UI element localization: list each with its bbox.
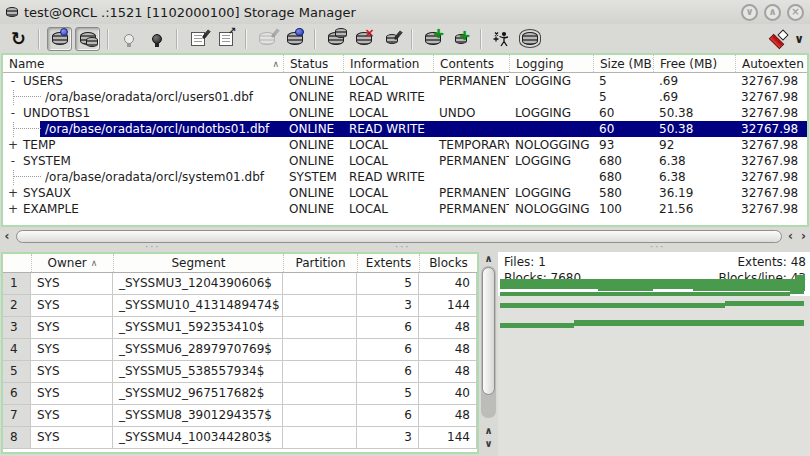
segment-row[interactable]: 5 SYS _SYSSMU5_538557934$ 6 48 — [3, 361, 477, 383]
toolbar-separator — [176, 29, 178, 49]
modify-datafile-button[interactable] — [254, 27, 279, 51]
segment-row[interactable]: 3 SYS _SYSSMU1_592353410$ 6 48 — [3, 317, 477, 339]
toolbar-separator — [38, 29, 40, 49]
drop-tablespace-button[interactable]: × — [351, 27, 376, 51]
free-cell: 6.38 — [653, 169, 735, 185]
splitter-handle[interactable]: ··· — [145, 243, 161, 251]
blocks-cell: 144 — [419, 427, 477, 448]
move-segment-button[interactable] — [489, 27, 514, 51]
database-pair-icon — [328, 32, 344, 45]
segment-row[interactable]: 4 SYS _SYSSMU6_2897970769$ 6 48 — [3, 339, 477, 361]
name-cell: + SYSAUX — [3, 185, 283, 201]
table-row[interactable]: + TEMP ONLINE LOCAL TEMPORARY NOLOGGING … — [3, 137, 807, 153]
tree-expander[interactable]: - — [7, 153, 19, 169]
tablespace-status-button[interactable] — [282, 27, 307, 51]
table-row[interactable]: - SYSTEM ONLINE LOCAL PERMANENT LOGGING … — [3, 153, 807, 169]
wand-menu-button[interactable] — [766, 27, 791, 51]
scroll-down-icon[interactable]: ∨ — [480, 437, 497, 450]
scroll-right-icon[interactable]: › — [797, 229, 810, 243]
scroll-up-icon[interactable]: ∧ — [480, 424, 497, 437]
title-bar: test@ORCL .:1521 [1102000100] Storage Ma… — [0, 0, 810, 24]
column-header-status[interactable]: Status — [283, 55, 343, 72]
eraser-button[interactable] — [379, 27, 404, 51]
column-header-free[interactable]: Free (MB) — [653, 55, 735, 72]
status-cell: ONLINE — [283, 89, 343, 105]
toolbar-separator — [411, 29, 413, 49]
extent-map-panel: Files: 1 Extents: 48 Blocks: 7680 Blocks… — [498, 252, 810, 456]
table-row[interactable]: + EXAMPLE ONLINE LOCAL PERMANENT NOLOGGI… — [3, 201, 807, 217]
refresh-button[interactable]: ↻ — [6, 27, 31, 51]
scroll-up-icon[interactable]: ∧ — [480, 252, 497, 265]
segment-row[interactable]: 8 SYS _SYSSMU4_1003442803$ 3 144 — [3, 427, 477, 449]
table-row[interactable]: /ora/base/oradata/orcl/users01.dbf ONLIN… — [3, 89, 807, 105]
partition-cell — [283, 361, 357, 382]
table-row[interactable]: /ora/base/oradata/orcl/system01.dbf SYST… — [3, 169, 807, 185]
information-cell: LOCAL — [343, 137, 433, 153]
column-header-name[interactable]: Name ∧ — [3, 55, 283, 72]
splitter-handle[interactable]: ··· — [650, 243, 666, 251]
online-button[interactable] — [144, 27, 169, 51]
offline-button[interactable] — [116, 27, 141, 51]
show-tablespaces-button[interactable] — [75, 27, 100, 51]
tablespace-name: SYSTEM — [23, 154, 71, 168]
column-header-owner[interactable]: Owner ∧ — [31, 254, 113, 272]
segment-table-header: Owner ∧ Segment Partition Extents Blocks — [3, 254, 477, 273]
coalesce-button[interactable] — [323, 27, 348, 51]
scroll-left-icon[interactable]: ‹ — [784, 229, 797, 243]
vertical-scroll-trough[interactable] — [481, 266, 496, 418]
segment-row[interactable]: 2 SYS _SYSSMU10_4131489474$ 3 144 — [3, 295, 477, 317]
files-stat: Files: 1 — [504, 254, 546, 270]
owner-cell: SYS — [31, 383, 113, 404]
segment-row[interactable]: 6 SYS _SYSSMU2_967517682$ 5 40 — [3, 383, 477, 405]
logging-cell: NOLOGGING — [509, 137, 593, 153]
table-row[interactable]: + SYSAUX ONLINE LOCAL PERMANENT LOGGING … — [3, 185, 807, 201]
tree-expander[interactable]: + — [7, 201, 19, 217]
segment-row[interactable]: 7 SYS _SYSSMU8_3901294357$ 6 48 — [3, 405, 477, 427]
database-copy-button[interactable] — [517, 27, 542, 51]
table-row[interactable]: /ora/base/oradata/orcl/undotbs01.dbf ONL… — [3, 121, 807, 137]
column-header-partition[interactable]: Partition — [283, 254, 357, 272]
zoom-extents-button[interactable] — [47, 27, 72, 51]
bulb-on-icon — [152, 34, 162, 44]
column-header-blocks[interactable]: Blocks — [419, 254, 477, 272]
minimize-button[interactable]: ∨ — [741, 4, 758, 21]
information-cell: READ WRITE — [343, 169, 433, 185]
close-button[interactable]: × — [787, 4, 804, 21]
vertical-scroll-thumb[interactable] — [482, 267, 495, 395]
nologging-button[interactable] — [213, 27, 238, 51]
column-header-segment[interactable]: Segment — [113, 254, 283, 272]
database-red-x-icon: × — [356, 32, 372, 45]
table-row[interactable]: - USERS ONLINE LOCAL PERMANENT LOGGING 5… — [3, 73, 807, 89]
extents-value: 48 — [791, 255, 806, 269]
tree-expander[interactable]: + — [7, 137, 19, 153]
maximize-button[interactable]: ∧ — [764, 4, 781, 21]
scroll-left-icon[interactable]: ‹ — [0, 229, 14, 243]
logging-cell — [509, 121, 593, 137]
size-cell: 60 — [593, 105, 653, 121]
contents-cell: PERMANENT — [433, 201, 509, 217]
toolbar-menu-chevron-icon[interactable]: ∨ — [794, 32, 804, 46]
column-header-extents[interactable]: Extents — [357, 254, 419, 272]
tree-expander[interactable]: + — [7, 185, 19, 201]
splitter-handle[interactable]: ··· — [395, 243, 411, 251]
vertical-scrollbar: ∧ ∧ ∨ — [480, 252, 497, 456]
new-tablespace-button[interactable]: + — [420, 27, 445, 51]
segment-row[interactable]: 1 SYS _SYSSMU3_1204390606$ 5 40 — [3, 273, 477, 295]
segment-cell: _SYSSMU10_4131489474$ — [113, 295, 283, 316]
tree-expander[interactable]: - — [7, 105, 19, 121]
owner-cell: SYS — [31, 339, 113, 360]
column-header-contents[interactable]: Contents — [433, 55, 509, 72]
status-cell: ONLINE — [283, 105, 343, 121]
segment-table-body: 1 SYS _SYSSMU3_1204390606$ 5 40 2 SYS _S… — [3, 273, 477, 449]
column-header-logging[interactable]: Logging — [509, 55, 593, 72]
free-cell: 6.38 — [653, 153, 735, 169]
column-header-size[interactable]: Size (MB) — [593, 55, 653, 72]
logging-button[interactable] — [185, 27, 210, 51]
tablespace-name: /ora/base/oradata/orcl/system01.dbf — [45, 170, 264, 184]
add-datafile-button[interactable]: + — [448, 27, 473, 51]
column-header-information[interactable]: Information — [343, 55, 433, 72]
column-header-autoextend[interactable]: Autoexten — [735, 55, 807, 72]
table-row[interactable]: - UNDOTBS1 ONLINE LOCAL UNDO LOGGING 60 … — [3, 105, 807, 121]
tree-expander[interactable]: - — [7, 73, 19, 89]
name-cell: - UNDOTBS1 — [3, 105, 283, 121]
